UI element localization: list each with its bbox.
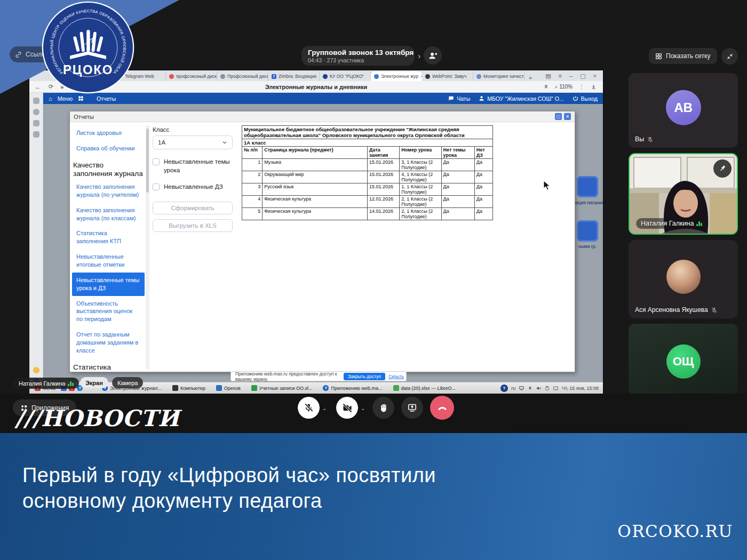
- profile-icon[interactable]: [33, 109, 39, 115]
- camera-off-icon: [342, 403, 353, 413]
- logo-abbr: РЦОКО: [63, 62, 113, 77]
- taskbar-app[interactable]: data (20).xlsx — LibreO...: [388, 385, 462, 391]
- nav-scrollbar[interactable]: [146, 125, 149, 370]
- call-meta: 04:43 · 273 участника: [308, 57, 414, 63]
- journal-chats-button[interactable]: Чаты: [448, 95, 470, 102]
- extensions-icon[interactable]: [33, 131, 39, 138]
- presenter-name-pill: Наталия Галкина: [13, 378, 79, 389]
- call-title: Групповой звонок 13 октября: [308, 49, 414, 57]
- nav-item[interactable]: Статистика заполнения КТП: [72, 226, 145, 249]
- tray-browser-icon[interactable]: Y: [500, 385, 508, 392]
- journal-menu-label[interactable]: Меню: [58, 95, 73, 102]
- mic-options-chevron[interactable]: ⌄: [322, 405, 327, 411]
- camera-toggle-button[interactable]: [336, 397, 358, 419]
- browser-tab[interactable]: КУ ОО "РЦОКО": [320, 71, 371, 81]
- nav-section-header: Статистика: [72, 358, 145, 370]
- participant-tile-speaking[interactable]: Наталия Галкина: [629, 153, 738, 235]
- checkbox[interactable]: [153, 158, 160, 165]
- nav-item[interactable]: Невыставленные итоговые отметки: [72, 249, 145, 273]
- table-row: 1Музыка15.01.20263, 1 Классы (2 Полугоди…: [242, 159, 493, 171]
- browser-side-panel: [29, 93, 43, 382]
- tab-screen[interactable]: Экран: [80, 377, 108, 388]
- app-tile-icon: [577, 220, 598, 242]
- power-icon: [573, 95, 578, 101]
- end-call-button[interactable]: [430, 396, 454, 420]
- collapse-window-button[interactable]: [721, 48, 738, 65]
- taskbar-app[interactable]: Учетные записи ОО.xl...: [246, 385, 318, 391]
- nav-item[interactable]: Листок здоровья: [72, 125, 145, 141]
- participant-tile[interactable]: Ася Арсеновна Якушева: [629, 240, 738, 318]
- option-missing-topics[interactable]: Невыставленные темы урока: [153, 158, 235, 174]
- add-participant-button[interactable]: [424, 46, 442, 65]
- tray-mic-icon[interactable]: [528, 386, 533, 391]
- nav-item[interactable]: Отчет по заданным домашним заданиям в кл…: [72, 327, 145, 358]
- nav-item[interactable]: Справка об обучении: [72, 141, 145, 156]
- taskbar-app[interactable]: Орехов: [211, 385, 246, 391]
- minimize-window-icon[interactable]: –: [569, 73, 573, 79]
- maximize-window-icon[interactable]: ▢: [580, 73, 585, 79]
- camera-options-chevron[interactable]: ⌄: [361, 405, 365, 411]
- disk2-favicon: [220, 74, 225, 79]
- nav-item[interactable]: Качество заполнения журнала (по учителям…: [72, 179, 145, 203]
- taskbar-clock[interactable]: Чт, 15 янв, 15:08: [562, 386, 599, 391]
- zoom-level[interactable]: ⌕ 110%: [555, 84, 573, 90]
- journal-favicon: [374, 74, 379, 79]
- browser-tab[interactable]: WebPoint: Завуч: [422, 71, 473, 81]
- sidebar-panel-icon[interactable]: ▤: [545, 73, 551, 79]
- taskbar-app[interactable]: Компьютер: [167, 385, 211, 391]
- browser-page-title: Электронные журналы и дневники: [265, 84, 367, 90]
- volume-muted-icon[interactable]: [536, 386, 542, 391]
- browser-tab[interactable]: Профсоюзный диск: [217, 71, 268, 81]
- window-tray-icon[interactable]: [553, 386, 559, 391]
- avatar: ОЩ: [666, 344, 701, 378]
- journal-user-button[interactable]: МБОУ "Жилинская СОШ" О...: [479, 95, 563, 102]
- browser-tab[interactable]: ZZimbra: Входящие: [268, 71, 320, 81]
- display-icon[interactable]: [519, 386, 525, 391]
- export-xls-button[interactable]: Выгрузить в XLS: [153, 219, 233, 232]
- home-icon[interactable]: ⌂: [49, 95, 52, 102]
- nav-item-selected[interactable]: Невыставленные темы урока и ДЗ: [72, 273, 145, 296]
- participant-tile-you[interactable]: АВ Вы: [629, 73, 738, 148]
- share-screen-icon: [407, 403, 417, 413]
- browser-menu-icon[interactable]: ≡: [559, 73, 562, 79]
- close-window-icon[interactable]: ×: [593, 73, 597, 79]
- modal-maximize-button[interactable]: ▢: [555, 113, 562, 120]
- rcoko-logo-emblem: РЕГИОНАЛЬНЫЙ ЦЕНТР ОЦЕНКИ КАЧЕСТВА ОБРАЗ…: [42, 1, 134, 94]
- browser-tab[interactable]: Мониторинг качеств: [473, 71, 525, 81]
- speaking-indicator-icon: [696, 221, 702, 226]
- hide-notice-link[interactable]: Скрыть: [388, 374, 404, 379]
- browser-tab-active[interactable]: Электронные жур×: [371, 71, 422, 81]
- pin-button[interactable]: [713, 159, 732, 178]
- alice-icon[interactable]: [33, 367, 39, 373]
- taskbar-app[interactable]: YПриложению web.ma...: [317, 385, 387, 391]
- new-tab-button[interactable]: +: [525, 75, 536, 81]
- class-select[interactable]: 1А: [153, 135, 233, 149]
- tab-camera[interactable]: Камера: [112, 377, 143, 388]
- more-options-icon[interactable]: ⋮: [579, 84, 584, 90]
- chevron-down-icon: [222, 140, 227, 145]
- bookmark-icon[interactable]: [544, 84, 549, 90]
- modal-close-button[interactable]: ✕: [564, 113, 571, 120]
- download-icon[interactable]: [591, 84, 597, 90]
- stop-sharing-button[interactable]: Закрыть доступ: [344, 373, 385, 380]
- share-screen-button[interactable]: [401, 397, 423, 419]
- apps-grid-icon[interactable]: [78, 95, 84, 101]
- generate-button[interactable]: Сформировать: [153, 202, 233, 214]
- keyboard-layout[interactable]: ru: [511, 386, 515, 391]
- call-info-pill[interactable]: Групповой звонок 13 октября 04:43 · 273 …: [301, 46, 415, 66]
- raise-hand-button[interactable]: [372, 397, 394, 419]
- nav-item[interactable]: Качество заполнения журнала (по классам): [72, 203, 145, 226]
- show-grid-button[interactable]: Показать сетку: [649, 48, 717, 64]
- nav-item[interactable]: Объективность выставления оценок по пери…: [72, 296, 145, 327]
- history-icon[interactable]: [33, 98, 39, 104]
- reports-modal: Отчеты ▢ ✕ Листок здоровья Справка об об…: [69, 111, 575, 372]
- clipboard-icon[interactable]: [545, 386, 550, 391]
- journal-section-label[interactable]: Отчеты: [97, 95, 116, 102]
- checkbox[interactable]: [153, 183, 160, 190]
- option-missing-homework[interactable]: Невыставленные ДЗ: [153, 183, 235, 191]
- browser-tab[interactable]: профсоюзный диск: [166, 71, 217, 81]
- participant-tile[interactable]: ОЩ: [629, 324, 738, 395]
- mic-toggle-button[interactable]: [298, 397, 320, 419]
- journal-logout-button[interactable]: Выход: [573, 95, 598, 102]
- bookmarks-icon[interactable]: [33, 120, 39, 126]
